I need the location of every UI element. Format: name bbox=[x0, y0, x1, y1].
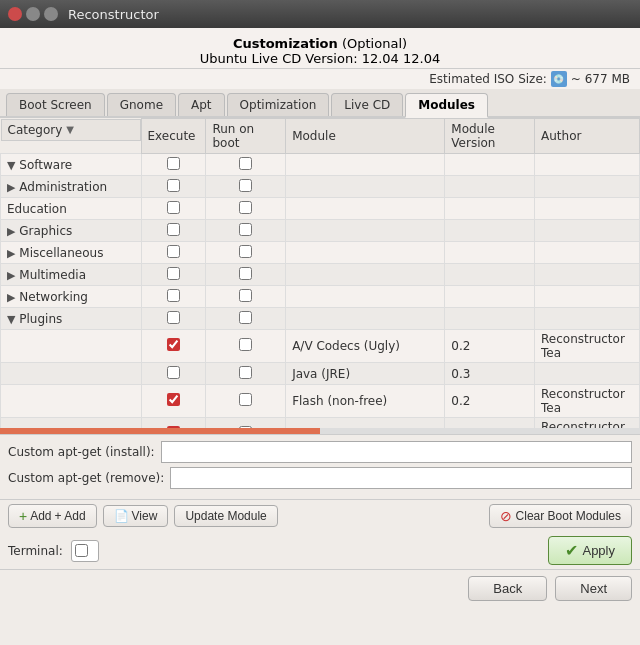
expand-arrow-admin[interactable]: ▶ bbox=[7, 181, 15, 194]
category-cell: ▶ Graphics bbox=[1, 220, 142, 242]
col-header-category[interactable]: Category ▼ bbox=[1, 119, 141, 141]
tab-live-cd[interactable]: Live CD bbox=[331, 93, 403, 116]
action-buttons-row: + Add+ Add 📄 View Update Module ⊘ Clear … bbox=[0, 499, 640, 532]
module-cell-av-ugly: A/V Codecs (Ugly) bbox=[286, 330, 445, 363]
expand-arrow-networking[interactable]: ▶ bbox=[7, 291, 15, 304]
modules-table-container: Category ▼ Execute Run on boot Module Mo… bbox=[0, 118, 640, 428]
category-cell: ▶ Miscellaneous bbox=[1, 242, 142, 264]
version-subtitle: Ubuntu Live CD Version: 12.04 12.04 bbox=[0, 51, 640, 66]
view-button[interactable]: 📄 View bbox=[103, 505, 169, 527]
table-row: ▼ Software bbox=[1, 154, 640, 176]
add-icon: + bbox=[19, 508, 27, 524]
module-cell bbox=[286, 154, 445, 176]
execute-checkbox-av-ugly[interactable] bbox=[167, 338, 180, 351]
runboot-checkbox[interactable] bbox=[239, 201, 252, 214]
tab-boot-screen[interactable]: Boot Screen bbox=[6, 93, 105, 116]
execute-checkbox[interactable] bbox=[167, 223, 180, 236]
col-header-author: Author bbox=[535, 119, 640, 154]
expand-arrow-plugins[interactable]: ▼ bbox=[7, 313, 15, 326]
runboot-checkbox[interactable] bbox=[239, 267, 252, 280]
version-cell: 0.2 bbox=[445, 330, 535, 363]
col-header-version: Module Version bbox=[445, 119, 535, 154]
table-row: ▶ Administration bbox=[1, 176, 640, 198]
apply-button[interactable]: ✔ Apply bbox=[548, 536, 632, 565]
terminal-checkbox-container[interactable] bbox=[71, 540, 99, 562]
install-input[interactable] bbox=[161, 441, 632, 463]
customization-subtitle: (Optional) bbox=[342, 36, 407, 51]
back-button[interactable]: Back bbox=[468, 576, 547, 601]
table-row: Education bbox=[1, 198, 640, 220]
sort-icon: ▼ bbox=[66, 124, 74, 135]
terminal-checkbox[interactable] bbox=[75, 544, 88, 557]
maximize-button[interactable] bbox=[44, 7, 58, 21]
table-row: ▶ Networking bbox=[1, 286, 640, 308]
tab-gnome[interactable]: Gnome bbox=[107, 93, 176, 116]
execute-checkbox[interactable] bbox=[167, 179, 180, 192]
install-form-row: Custom apt-get (install): bbox=[8, 441, 632, 463]
runboot-checkbox[interactable] bbox=[239, 179, 252, 192]
close-button[interactable] bbox=[8, 7, 22, 21]
execute-checkbox[interactable] bbox=[167, 267, 180, 280]
table-row: Java (JRE) 0.3 bbox=[1, 363, 640, 385]
execute-checkbox[interactable] bbox=[167, 311, 180, 324]
category-cell: ▼ Software bbox=[1, 154, 142, 176]
execute-checkbox[interactable] bbox=[167, 245, 180, 258]
window-controls[interactable] bbox=[8, 7, 58, 21]
stop-icon: ⊘ bbox=[500, 508, 512, 524]
runboot-checkbox[interactable] bbox=[239, 338, 252, 351]
execute-checkbox-java[interactable] bbox=[167, 366, 180, 379]
col-header-module: Module bbox=[286, 119, 445, 154]
execute-checkbox-av-bad[interactable] bbox=[167, 426, 180, 428]
tab-optimization[interactable]: Optimization bbox=[227, 93, 330, 116]
table-row: A/V Codecs (Ugly) 0.2 Reconstructor Tea bbox=[1, 330, 640, 363]
header-title: Customization (Optional) bbox=[0, 36, 640, 51]
category-cell-plugins: ▼ Plugins bbox=[1, 308, 142, 330]
table-row: Flash (non-free) 0.2 Reconstructor Tea bbox=[1, 385, 640, 418]
execute-checkbox-flash[interactable] bbox=[167, 393, 180, 406]
clear-boot-label: Clear Boot Modules bbox=[516, 509, 621, 523]
table-body: ▼ Software ▶ Administration bbox=[1, 154, 640, 429]
tab-modules[interactable]: Modules bbox=[405, 93, 488, 118]
footer-buttons-row: Back Next bbox=[0, 569, 640, 607]
module-cell-java: Java (JRE) bbox=[286, 363, 445, 385]
modules-table: Category ▼ Execute Run on boot Module Mo… bbox=[0, 118, 640, 428]
category-cell: ▶ Networking bbox=[1, 286, 142, 308]
tab-apt[interactable]: Apt bbox=[178, 93, 225, 116]
expand-arrow-graphics[interactable]: ▶ bbox=[7, 225, 15, 238]
update-module-button[interactable]: Update Module bbox=[174, 505, 277, 527]
runboot-checkbox[interactable] bbox=[239, 157, 252, 170]
category-cell bbox=[1, 330, 142, 363]
clear-boot-modules-button[interactable]: ⊘ Clear Boot Modules bbox=[489, 504, 632, 528]
minimize-button[interactable] bbox=[26, 7, 40, 21]
expand-arrow-multimedia[interactable]: ▶ bbox=[7, 269, 15, 282]
category-cell: ▶ Multimedia bbox=[1, 264, 142, 286]
customization-title: Customization bbox=[233, 36, 338, 51]
apply-label: Apply bbox=[582, 543, 615, 558]
remove-input[interactable] bbox=[170, 467, 632, 489]
runboot-cell[interactable] bbox=[206, 154, 286, 176]
runboot-checkbox[interactable] bbox=[239, 245, 252, 258]
terminal-label: Terminal: bbox=[8, 544, 63, 558]
window-title: Reconstructor bbox=[68, 7, 159, 22]
next-button[interactable]: Next bbox=[555, 576, 632, 601]
col-header-execute: Execute bbox=[141, 119, 206, 154]
runboot-checkbox[interactable] bbox=[239, 289, 252, 302]
expand-arrow-misc[interactable]: ▶ bbox=[7, 247, 15, 260]
table-row: A/V Codecs (Bad) 0.2 Reconstructor Tea bbox=[1, 418, 640, 429]
runboot-checkbox[interactable] bbox=[239, 426, 252, 428]
runboot-checkbox[interactable] bbox=[239, 223, 252, 236]
iso-size-row: Estimated ISO Size: 💿 ~ 677 MB bbox=[0, 69, 640, 89]
execute-checkbox[interactable] bbox=[167, 157, 180, 170]
checkmark-icon: ✔ bbox=[565, 541, 578, 560]
runboot-checkbox[interactable] bbox=[239, 311, 252, 324]
app-header: Customization (Optional) Ubuntu Live CD … bbox=[0, 28, 640, 69]
add-button[interactable]: + Add+ Add bbox=[8, 504, 97, 528]
execute-cell[interactable] bbox=[141, 154, 206, 176]
expand-arrow-software[interactable]: ▼ bbox=[7, 159, 15, 172]
title-bar: Reconstructor bbox=[0, 0, 640, 28]
execute-checkbox[interactable] bbox=[167, 201, 180, 214]
execute-checkbox[interactable] bbox=[167, 289, 180, 302]
view-label: View bbox=[132, 509, 158, 523]
runboot-checkbox[interactable] bbox=[239, 393, 252, 406]
runboot-checkbox[interactable] bbox=[239, 366, 252, 379]
